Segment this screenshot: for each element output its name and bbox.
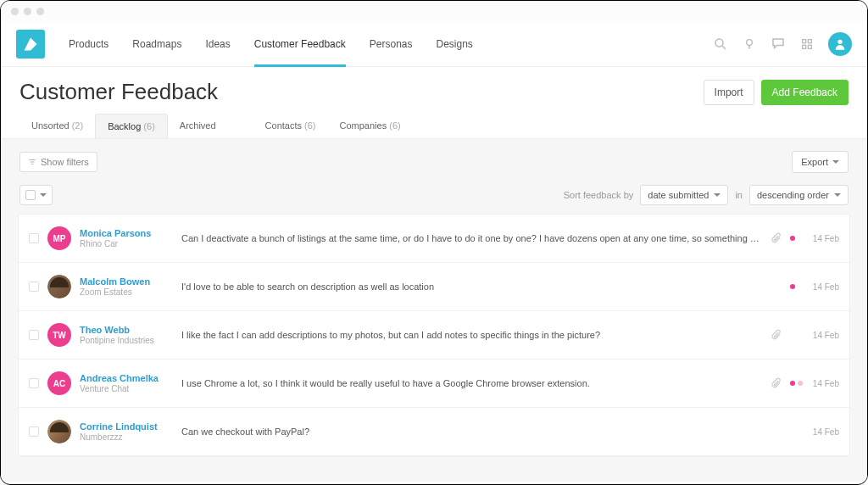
status-dot xyxy=(790,381,795,386)
feedback-row[interactable]: ACAndreas ChmelkaVenture ChatI use Chrom… xyxy=(19,360,849,408)
filter-icon xyxy=(28,158,36,166)
caret-down-icon xyxy=(40,193,47,197)
feedback-row[interactable]: Malcolm BowenZoom EstatesI'd love to be … xyxy=(19,263,849,311)
contact-avatar: MP xyxy=(47,226,71,250)
select-all-dropdown[interactable] xyxy=(19,185,53,205)
traffic-light-dot xyxy=(36,8,44,15)
feedback-message: I use Chrome a lot, so I think it would … xyxy=(181,378,761,388)
nav-tabs: ProductsRoadmapsIdeasCustomer FeedbackPe… xyxy=(69,21,473,66)
attachment-icon xyxy=(770,377,782,389)
row-checkbox[interactable] xyxy=(29,282,39,292)
row-checkbox[interactable] xyxy=(29,378,39,388)
feedback-row[interactable]: TWTheo WebbPontipine IndustriesI like th… xyxy=(19,311,849,360)
row-date: 14 Feb xyxy=(812,282,839,292)
sort-prefix-label: Sort feedback by xyxy=(564,190,634,200)
grid-icon[interactable] xyxy=(799,36,815,52)
sort-field-value: date submitted xyxy=(648,190,709,200)
comment-icon[interactable] xyxy=(771,36,786,52)
sub-tab-companies[interactable]: Companies (6) xyxy=(328,114,413,138)
sort-direction-select[interactable]: descending order xyxy=(749,185,849,205)
status-dots xyxy=(790,284,804,289)
svg-rect-6 xyxy=(808,45,811,48)
nav-tab-products[interactable]: Products xyxy=(69,21,108,66)
lightbulb-icon[interactable] xyxy=(742,36,757,52)
nav-tab-roadmaps[interactable]: Roadmaps xyxy=(132,21,181,66)
svg-point-2 xyxy=(747,39,753,45)
sub-tabs: Unsorted (2)Backlog (6)ArchivedContacts … xyxy=(1,114,867,139)
contact-info: Andreas ChmelkaVenture Chat xyxy=(80,373,173,393)
sub-tab-contacts[interactable]: Contacts (6) xyxy=(253,114,328,138)
feedback-row[interactable]: MPMonica ParsonsRhino CarCan I deactivat… xyxy=(19,215,849,263)
contact-name-link[interactable]: Corrine Lindquist xyxy=(80,421,173,432)
contact-name-link[interactable]: Andreas Chmelka xyxy=(80,373,173,383)
show-filters-label: Show filters xyxy=(41,157,89,167)
logo-icon[interactable] xyxy=(16,30,45,59)
browser-chrome-bar xyxy=(1,1,867,21)
row-meta: 14 Feb xyxy=(770,426,839,438)
show-filters-button[interactable]: Show filters xyxy=(19,152,97,172)
select-all-checkbox[interactable] xyxy=(25,190,36,200)
feedback-message: I like the fact I can add descriptions t… xyxy=(181,330,761,340)
contact-company: Numberzzz xyxy=(80,432,173,442)
sub-tab-backlog[interactable]: Backlog (6) xyxy=(95,114,168,138)
row-date: 14 Feb xyxy=(812,379,839,388)
row-meta: 14 Feb xyxy=(770,232,839,244)
row-meta: 14 Feb xyxy=(770,377,839,389)
row-date: 14 Feb xyxy=(812,331,839,340)
svg-point-7 xyxy=(837,39,842,43)
contact-avatar: AC xyxy=(47,371,71,395)
attachment-icon xyxy=(770,232,782,244)
contact-info: Malcolm BowenZoom Estates xyxy=(80,276,173,297)
svg-rect-4 xyxy=(808,39,811,42)
contact-name-link[interactable]: Malcolm Bowen xyxy=(80,276,173,287)
row-checkbox[interactable] xyxy=(29,233,39,243)
status-dot xyxy=(798,381,803,386)
contact-name-link[interactable]: Theo Webb xyxy=(80,325,173,335)
sub-tab-archived[interactable]: Archived xyxy=(168,114,228,138)
row-checkbox[interactable] xyxy=(29,426,39,437)
attachment-icon xyxy=(770,329,782,341)
caret-down-icon xyxy=(714,193,721,197)
caret-down-icon xyxy=(834,193,841,197)
feedback-message: Can we checkout with PayPal? xyxy=(181,426,761,437)
nav-utility-icons xyxy=(713,32,852,56)
sort-field-select[interactable]: date submitted xyxy=(640,185,728,205)
contact-info: Monica ParsonsRhino Car xyxy=(80,228,173,248)
sort-direction-value: descending order xyxy=(757,190,829,200)
content-toolbar: Show filters Export xyxy=(8,151,860,181)
feedback-row[interactable]: Corrine LindquistNumberzzzCan we checkou… xyxy=(19,408,849,456)
sort-middle-label: in xyxy=(735,190,743,200)
page-title: Customer Feedback xyxy=(19,79,218,105)
contact-name-link[interactable]: Monica Parsons xyxy=(80,228,173,238)
caret-down-icon xyxy=(832,160,839,164)
user-avatar-icon[interactable] xyxy=(828,32,852,56)
nav-tab-customer-feedback[interactable]: Customer Feedback xyxy=(254,21,346,66)
contact-company: Zoom Estates xyxy=(80,287,173,297)
browser-frame: ProductsRoadmapsIdeasCustomer FeedbackPe… xyxy=(0,0,868,485)
nav-tab-ideas[interactable]: Ideas xyxy=(205,21,230,66)
contact-avatar xyxy=(47,420,71,443)
feedback-list: MPMonica ParsonsRhino CarCan I deactivat… xyxy=(18,214,850,457)
attachment-icon xyxy=(770,426,782,438)
import-button[interactable]: Import xyxy=(704,80,754,105)
attachment-icon xyxy=(770,281,782,293)
status-dot xyxy=(790,284,795,289)
page-header: Customer Feedback Import Add Feedback xyxy=(1,67,867,114)
nav-tab-designs[interactable]: Designs xyxy=(437,21,473,66)
sub-tab-unsorted[interactable]: Unsorted (2) xyxy=(19,114,95,138)
row-checkbox[interactable] xyxy=(29,330,39,340)
contact-company: Rhino Car xyxy=(80,239,173,248)
svg-rect-3 xyxy=(803,39,806,42)
row-meta: 14 Feb xyxy=(770,329,839,341)
select-row: Sort feedback by date submitted in desce… xyxy=(8,181,860,210)
export-button[interactable]: Export xyxy=(792,151,849,173)
nav-tab-personas[interactable]: Personas xyxy=(370,21,413,66)
feedback-message: I'd love to be able to search on descrip… xyxy=(181,282,761,292)
search-icon[interactable] xyxy=(713,36,728,52)
contact-avatar: TW xyxy=(47,323,71,347)
row-date: 14 Feb xyxy=(812,234,839,243)
contact-company: Pontipine Industries xyxy=(80,336,173,345)
export-label: Export xyxy=(801,157,828,167)
add-feedback-button[interactable]: Add Feedback xyxy=(761,80,849,105)
traffic-light-dot xyxy=(24,8,31,15)
